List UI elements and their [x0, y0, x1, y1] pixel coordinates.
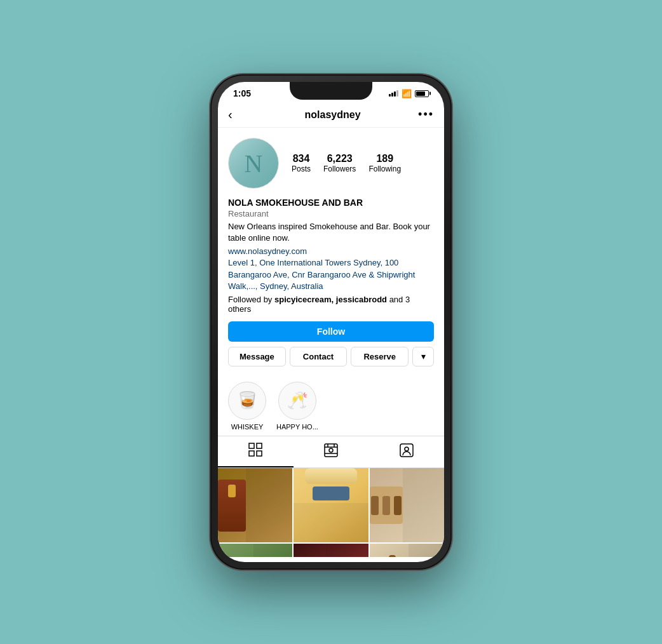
svg-rect-4 [325, 444, 337, 457]
more-options-button[interactable]: ••• [418, 108, 434, 121]
photo-cell[interactable] [294, 544, 368, 557]
message-button[interactable]: Message [228, 347, 286, 366]
followers-stat[interactable]: 6,223 Followers [323, 153, 356, 173]
profile-followed-by: Followed by spicyicecream, jessicabrodd … [228, 295, 434, 314]
profile-top: N 834 Posts 6,223 Followers [228, 138, 434, 189]
photo-cell[interactable] [218, 468, 292, 542]
highlight-item[interactable]: 🥃 WHISKEY [228, 382, 266, 431]
profile-name: NOLA SMOKEHOUSE AND BAR [228, 198, 434, 208]
posts-label: Posts [292, 164, 311, 173]
svg-rect-0 [249, 443, 254, 448]
ig-header: ‹ nolasydney ••• [218, 101, 444, 128]
posts-count: 834 [293, 153, 310, 164]
svg-point-11 [405, 447, 409, 451]
highlight-happyhour-circle: 🥂 [278, 382, 316, 420]
profile-username: nolasydney [305, 109, 361, 121]
tab-tagged[interactable] [368, 436, 444, 467]
status-time: 1:05 [233, 88, 251, 98]
phone-screen: 1:05 📶 ‹ nolasydney ••• [218, 82, 444, 562]
chevron-down-icon: ▾ [421, 351, 426, 361]
highlight-item[interactable]: 🥂 HAPPY HO... [276, 382, 318, 431]
profile-bio: New Orleans inspired Smokehouse and Bar.… [228, 221, 434, 244]
svg-rect-10 [400, 444, 413, 457]
followers-count: 6,223 [327, 153, 353, 164]
tab-bar [218, 436, 444, 468]
svg-rect-2 [249, 451, 254, 456]
avatar-letter: N [245, 149, 263, 178]
reels-icon [324, 443, 338, 460]
action-buttons: Message Contact Reserve ▾ [228, 347, 434, 366]
stats-row: 834 Posts 6,223 Followers 189 Following [292, 153, 434, 173]
notch [290, 82, 372, 100]
highlight-whiskey-label: WHISKEY [231, 423, 264, 431]
grid-icon [248, 443, 262, 460]
reserve-button[interactable]: Reserve [351, 347, 409, 366]
highlight-whiskey-circle: 🥃 [228, 382, 266, 420]
svg-rect-3 [257, 451, 262, 456]
highlights-section: 🥃 WHISKEY 🥂 HAPPY HO... [218, 373, 444, 436]
photo-cell[interactable] [370, 468, 444, 542]
highlight-happyhour-label: HAPPY HO... [276, 423, 318, 431]
following-stat[interactable]: 189 Following [368, 153, 401, 173]
svg-point-5 [329, 448, 333, 452]
photo-grid [218, 468, 444, 557]
dropdown-button[interactable]: ▾ [412, 347, 434, 366]
tab-grid[interactable] [218, 436, 294, 467]
photo-cell[interactable] [294, 468, 368, 542]
photo-cell[interactable] [218, 544, 292, 557]
app-content: ‹ nolasydney ••• N 834 Posts [218, 101, 444, 557]
phone-wrapper: 1:05 📶 ‹ nolasydney ••• [210, 74, 452, 570]
svg-rect-1 [257, 443, 262, 448]
battery-icon [415, 90, 429, 97]
profile-address[interactable]: Level 1, One International Towers Sydney… [228, 257, 434, 292]
tab-reels[interactable] [294, 436, 369, 467]
signal-icon [389, 90, 398, 97]
profile-section: N 834 Posts 6,223 Followers [218, 128, 444, 373]
followers-label: Followers [323, 164, 356, 173]
posts-stat: 834 Posts [292, 153, 311, 173]
photo-cell[interactable] [370, 544, 444, 557]
back-button[interactable]: ‹ [228, 107, 247, 122]
following-count: 189 [376, 153, 393, 164]
follow-button[interactable]: Follow [228, 321, 434, 342]
following-label: Following [368, 164, 401, 173]
wifi-icon: 📶 [402, 89, 412, 98]
profile-category: Restaurant [228, 209, 434, 218]
tagged-icon [400, 443, 414, 460]
avatar: N [228, 138, 279, 189]
profile-info: NOLA SMOKEHOUSE AND BAR Restaurant New O… [228, 198, 434, 314]
contact-button[interactable]: Contact [290, 347, 348, 366]
profile-website[interactable]: www.nolasydney.com [228, 246, 434, 256]
status-icons: 📶 [389, 89, 429, 98]
phone-frame: 1:05 📶 ‹ nolasydney ••• [210, 74, 452, 570]
